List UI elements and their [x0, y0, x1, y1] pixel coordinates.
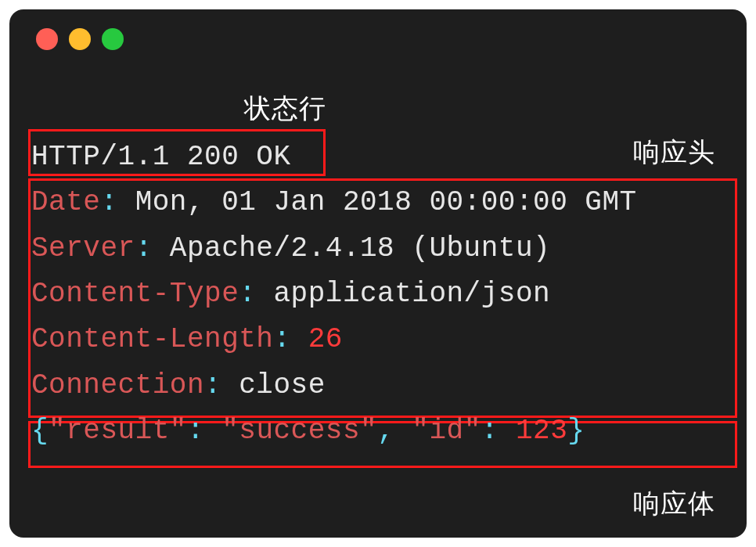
json-value: success	[239, 415, 360, 447]
http-protocol: HTTP/1.1	[31, 141, 170, 173]
header-name: Date	[31, 186, 100, 218]
window-traffic-lights	[36, 28, 725, 50]
header-value: 26	[308, 323, 343, 355]
close-icon[interactable]	[36, 28, 58, 50]
label-response-body: 响应体	[633, 486, 715, 522]
maximize-icon[interactable]	[102, 28, 124, 50]
terminal-window: 状态行 响应头 响应体 HTTP/1.1 200 OK Date: Mon, 0…	[9, 9, 747, 538]
header-value: application/json	[273, 278, 550, 310]
http-status-reason: OK	[256, 141, 290, 173]
http-status-code: 200	[187, 141, 239, 173]
minimize-icon[interactable]	[69, 28, 91, 50]
header-value: Mon, 01 Jan 2018 00:00:00 GMT	[135, 186, 637, 218]
header-value: Apache/2.4.18 (Ubuntu)	[170, 232, 550, 265]
header-value: close	[239, 369, 326, 401]
header-name: Content-Length	[31, 323, 273, 355]
header-name: Connection	[31, 369, 204, 401]
header-name: Content-Type	[31, 278, 239, 310]
label-status-line: 状态行	[244, 91, 326, 127]
header-name: Server	[31, 232, 135, 265]
json-key: result	[66, 415, 170, 447]
json-value: 123	[516, 415, 567, 447]
http-response-text: HTTP/1.1 200 OK Date: Mon, 01 Jan 2018 0…	[31, 135, 736, 454]
json-key: id	[429, 415, 463, 447]
